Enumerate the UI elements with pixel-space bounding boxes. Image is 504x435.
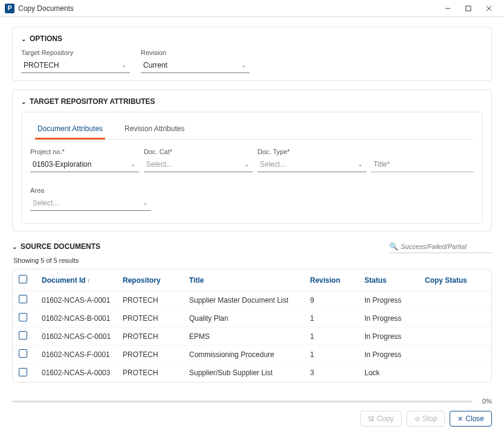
titlebar: P Copy Documents xyxy=(0,0,504,17)
options-title: OPTIONS xyxy=(30,34,62,43)
row-checkbox[interactable] xyxy=(19,368,27,376)
col-document-id[interactable]: Document Id↑ xyxy=(38,276,123,285)
cell-repository: PROTECH xyxy=(123,314,189,323)
cell-revision: 1 xyxy=(310,332,364,341)
table-row: 01602-NCAS-A-0001 PROTECH Supplier Maste… xyxy=(13,291,491,309)
options-header[interactable]: ⌄ OPTIONS xyxy=(21,34,483,43)
chevron-down-icon: ⌄ xyxy=(21,98,26,105)
copy-button[interactable]: 🖫Copy xyxy=(360,411,402,427)
target-attrs-title: TARGET REPOSITORY ATTRIBUTES xyxy=(30,97,155,106)
cell-revision: 1 xyxy=(310,314,364,323)
cell-title: Supplier/Sub Supplier List xyxy=(189,369,310,377)
doc-cat-label: Doc. Cat* xyxy=(144,148,247,155)
target-repo-value: PROTECH xyxy=(21,61,121,69)
app-icon: P xyxy=(5,4,15,13)
svg-rect-1 xyxy=(466,6,471,11)
target-repo-select[interactable]: PROTECH ⌄ xyxy=(21,57,130,73)
cell-document-id: 01602-NCAS-B-0001 xyxy=(38,314,123,323)
chevron-down-icon: ⌄ xyxy=(244,161,253,167)
target-attrs-header[interactable]: ⌄ TARGET REPOSITORY ATTRIBUTES xyxy=(21,97,483,106)
doc-cat-select[interactable]: Select... ⌄ xyxy=(144,156,253,172)
window-title: Copy Documents xyxy=(18,4,438,13)
close-dialog-button[interactable]: ✕Close xyxy=(450,411,492,427)
table-row: 01602-NCAS-F-0001 PROTECH Commissioning … xyxy=(13,346,491,364)
maximize-button[interactable] xyxy=(458,1,479,16)
source-docs-title: SOURCE DOCUMENTS xyxy=(21,242,100,251)
cell-document-id: 01602-NCAS-A-0001 xyxy=(38,296,123,304)
tab-document-attributes[interactable]: Document Attributes xyxy=(35,120,105,140)
area-label: Area xyxy=(30,187,151,194)
sort-asc-icon: ↑ xyxy=(87,277,90,284)
project-no-value: 01603-Exploration xyxy=(30,160,131,169)
cell-revision: 1 xyxy=(310,350,364,359)
row-checkbox[interactable] xyxy=(19,349,27,358)
title-input[interactable] xyxy=(371,156,474,172)
stop-button[interactable]: ⊘Stop xyxy=(407,411,445,427)
cell-repository: PROTECH xyxy=(123,350,189,359)
cell-document-id: 01602-NCAS-F-0001 xyxy=(38,350,123,359)
cell-document-id: 01602-NCAS-A-0003 xyxy=(38,369,123,377)
cell-revision: 9 xyxy=(310,296,364,304)
chevron-down-icon: ⌄ xyxy=(131,161,139,167)
chevron-down-icon: ⌄ xyxy=(241,62,250,68)
tab-revision-attributes[interactable]: Revision Attributes xyxy=(122,120,187,140)
select-all-checkbox[interactable] xyxy=(19,275,27,283)
col-repository[interactable]: Repository xyxy=(123,276,189,285)
table-row: 01602-NCAS-A-0003 PROTECH Supplier/Sub S… xyxy=(13,364,491,382)
row-checkbox[interactable] xyxy=(19,313,27,321)
revision-value: Current xyxy=(141,61,241,69)
cell-status: Lock xyxy=(364,369,425,377)
chevron-down-icon: ⌄ xyxy=(12,243,17,250)
col-copy-status[interactable]: Copy Status xyxy=(425,276,485,285)
cell-repository: PROTECH xyxy=(123,369,189,377)
doc-cat-value: Select... xyxy=(144,160,244,169)
cell-title: Supplier Master Document List xyxy=(189,296,310,304)
save-icon: 🖫 xyxy=(368,415,375,422)
table-search[interactable]: 🔍 xyxy=(389,240,492,253)
close-button[interactable] xyxy=(479,1,499,16)
row-checkbox[interactable] xyxy=(19,295,27,303)
cell-revision: 3 xyxy=(310,369,364,377)
project-no-label: Project no.* xyxy=(30,148,133,155)
progress-percent: 0% xyxy=(477,398,492,405)
stop-icon: ⊘ xyxy=(415,415,420,423)
close-icon: ✕ xyxy=(457,415,463,423)
area-value: Select... xyxy=(30,199,143,207)
table-row: 01602-NCAS-B-0001 PROTECH Quality Plan 1… xyxy=(13,309,491,327)
minimize-button[interactable] xyxy=(438,1,458,16)
source-documents-section: ⌄ SOURCE DOCUMENTS 🔍 Showing 5 of 5 resu… xyxy=(12,240,492,382)
col-revision[interactable]: Revision xyxy=(310,276,364,285)
col-title[interactable]: Title xyxy=(189,276,310,285)
cell-document-id: 01602-NCAS-C-0001 xyxy=(38,332,123,341)
cell-status: In Progress xyxy=(364,350,425,359)
cell-status: In Progress xyxy=(364,314,425,323)
cell-title: Commissioning Procedure xyxy=(189,350,310,359)
chevron-down-icon: ⌄ xyxy=(358,161,366,167)
results-count: Showing 5 of 5 results xyxy=(13,257,492,264)
doc-type-label: Doc. Type* xyxy=(257,148,360,155)
cell-title: EPMS xyxy=(189,332,310,341)
cell-status: In Progress xyxy=(364,296,425,304)
target-repo-label: Target Repository xyxy=(21,49,130,56)
cell-repository: PROTECH xyxy=(123,296,189,304)
cell-title: Quality Plan xyxy=(189,314,310,323)
project-no-select[interactable]: 01603-Exploration ⌄ xyxy=(30,156,139,172)
row-checkbox[interactable] xyxy=(19,331,27,340)
search-icon: 🔍 xyxy=(389,242,398,251)
revision-select[interactable]: Current ⌄ xyxy=(141,57,250,73)
table-row: 01602-NCAS-C-0001 PROTECH EPMS 1 In Prog… xyxy=(13,327,491,346)
revision-label: Revision xyxy=(141,49,250,56)
source-docs-header[interactable]: ⌄ SOURCE DOCUMENTS xyxy=(12,242,100,251)
table-search-input[interactable] xyxy=(401,243,492,250)
col-status[interactable]: Status xyxy=(364,276,425,285)
doc-type-value: Select... xyxy=(257,160,358,169)
chevron-down-icon: ⌄ xyxy=(21,36,26,42)
documents-table: Document Id↑ Repository Title Revision S… xyxy=(12,269,492,382)
area-select[interactable]: Select... ⌄ xyxy=(30,195,151,211)
progress-bar xyxy=(12,401,473,402)
cell-repository: PROTECH xyxy=(123,332,189,341)
options-panel: ⌄ OPTIONS Target Repository PROTECH ⌄ Re… xyxy=(12,27,492,81)
doc-type-select[interactable]: Select... ⌄ xyxy=(257,156,366,172)
target-repo-attrs-panel: ⌄ TARGET REPOSITORY ATTRIBUTES Document … xyxy=(12,89,492,231)
cell-status: In Progress xyxy=(364,332,425,341)
